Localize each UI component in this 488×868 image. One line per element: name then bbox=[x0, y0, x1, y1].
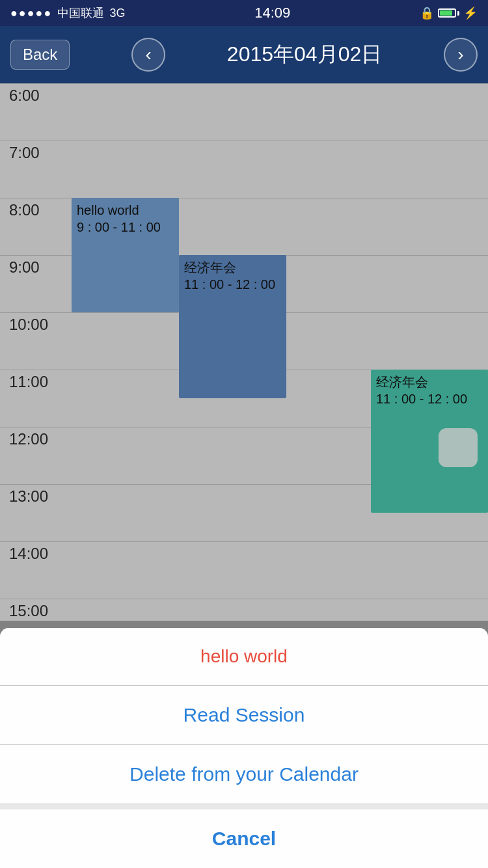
event-title: 经济年会 bbox=[376, 373, 483, 390]
back-button[interactable]: Back bbox=[10, 40, 70, 70]
time-label-7: 7:00 bbox=[0, 144, 65, 162]
event-title: 经济年会 bbox=[184, 259, 281, 276]
lock-icon: 🔒 bbox=[420, 6, 434, 20]
event-hello-world[interactable]: hello world 9 : 00 - 11 : 00 bbox=[72, 198, 179, 312]
event-title: hello world bbox=[77, 202, 174, 219]
time-label-6: 6:00 bbox=[0, 87, 65, 105]
time-label-10: 10:00 bbox=[0, 316, 65, 334]
carrier-name: 中国联通 bbox=[57, 5, 104, 21]
event-time: 11 : 00 - 12 : 00 bbox=[184, 276, 281, 293]
prev-day-button[interactable]: ‹ bbox=[131, 38, 165, 72]
action-sheet-title: hello world bbox=[0, 628, 488, 686]
read-session-button[interactable]: Read Session bbox=[0, 686, 488, 745]
battery-icon bbox=[438, 8, 459, 18]
cancel-button[interactable]: Cancel bbox=[0, 809, 488, 868]
status-bar: ●●●●● 中国联通 3G 14:09 🔒 ⚡ bbox=[0, 0, 488, 26]
nav-date-title: 2015年04月02日 bbox=[227, 40, 382, 69]
time-label-8: 8:00 bbox=[0, 201, 65, 219]
time-label-12: 12:00 bbox=[0, 430, 65, 448]
time-label-11: 11:00 bbox=[0, 373, 65, 391]
time-label-9: 9:00 bbox=[0, 258, 65, 277]
network-type: 3G bbox=[109, 7, 125, 20]
calendar-area: 6:00 7:00 8:00 9:00 10:00 11:00 12:00 13… bbox=[0, 83, 488, 656]
back-label: Back bbox=[23, 46, 57, 64]
time-row-14: 14:00 bbox=[0, 541, 488, 599]
event-time: 11 : 00 - 12 : 00 bbox=[376, 390, 483, 407]
action-sheet: hello world Read Session Delete from you… bbox=[0, 628, 488, 868]
time-row-7: 7:00 bbox=[0, 141, 488, 198]
status-right: 🔒 ⚡ bbox=[420, 6, 478, 20]
event-jjnh-1[interactable]: 经济年会 11 : 00 - 12 : 00 bbox=[179, 255, 286, 398]
time-label-13: 13:00 bbox=[0, 487, 65, 506]
time-label-14: 14:00 bbox=[0, 545, 65, 563]
chevron-left-icon: ‹ bbox=[145, 44, 151, 65]
time-row-6: 6:00 bbox=[0, 83, 488, 141]
status-left: ●●●●● 中国联通 3G bbox=[10, 5, 125, 21]
delete-calendar-button[interactable]: Delete from your Calendar bbox=[0, 745, 488, 804]
event-time: 9 : 00 - 11 : 00 bbox=[77, 219, 174, 236]
signal-dots: ●●●●● bbox=[10, 7, 52, 20]
nav-bar: Back ‹ 2015年04月02日 › bbox=[0, 26, 488, 83]
chevron-right-icon: › bbox=[457, 44, 463, 65]
scroll-indicator bbox=[439, 428, 478, 467]
action-sheet-overlay: hello world Read Session Delete from you… bbox=[0, 621, 488, 868]
time-label-15: 15:00 bbox=[0, 602, 65, 620]
charging-icon: ⚡ bbox=[463, 6, 478, 20]
status-time: 14:09 bbox=[254, 5, 290, 21]
next-day-button[interactable]: › bbox=[444, 38, 478, 72]
